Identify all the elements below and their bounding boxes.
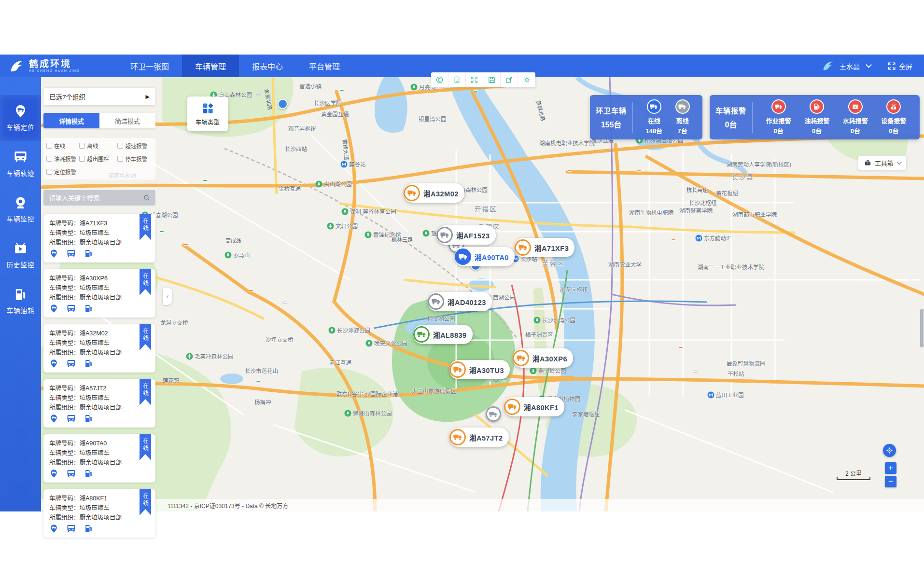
vehicle-card[interactable]: 在线 车牌号码：湘A80KF1 车辆类型：垃圾压缩车 所属组织：厨余垃圾项目部 [43, 489, 155, 538]
type-value: 垃圾压缩车 [80, 340, 110, 346]
locate-vehicle-icon[interactable] [49, 359, 58, 368]
checkbox-icon[interactable] [79, 143, 85, 149]
fullscreen-button[interactable]: 全屏 [887, 61, 912, 71]
chevron-down-icon[interactable] [866, 62, 872, 68]
fuel-vehicle-icon[interactable] [84, 469, 93, 478]
fuel-vehicle-icon[interactable] [84, 304, 93, 313]
measure-tool-icon[interactable] [431, 72, 448, 87]
track-vehicle-icon[interactable] [67, 414, 76, 423]
truck-icon [489, 411, 498, 417]
track-vehicle-icon[interactable] [67, 524, 76, 533]
type-value: 垃圾压缩车 [80, 450, 110, 456]
track-vehicle-icon[interactable] [67, 469, 76, 478]
sidebar-item-icon [14, 196, 28, 210]
search-input[interactable] [43, 190, 155, 206]
map-poi: 晟象智慧物流园 [727, 359, 766, 367]
checkbox-icon[interactable] [117, 143, 123, 149]
vehicle-marker-covered[interactable] [486, 406, 501, 422]
track-vehicle-icon[interactable] [67, 249, 76, 258]
fuel-vehicle-icon[interactable] [84, 249, 93, 258]
sidebar-item-history-monitor[interactable]: 历史监控 [0, 233, 41, 278]
locate-vehicle-icon[interactable] [49, 524, 58, 533]
vehicle-marker[interactable]: 湘AD40123 [428, 292, 492, 311]
panel-collapse-handle[interactable]: ‹ [163, 288, 172, 305]
user-name[interactable]: 王水晶 [840, 61, 860, 71]
vehicle-marker[interactable]: 湘A30XP6 [513, 348, 573, 368]
settings-tool-icon[interactable] [518, 72, 535, 87]
fuel-vehicle-icon[interactable] [84, 414, 93, 423]
zoom-in-button[interactable]: + [885, 462, 896, 474]
filter-checkbox[interactable]: 在线 [46, 142, 79, 150]
zoom-out-button[interactable]: − [885, 476, 896, 487]
track-vehicle-icon[interactable] [67, 359, 76, 368]
toolbox-button[interactable]: 工具箱 [858, 155, 907, 170]
vehicle-marker[interactable]: 湘A80KF1 [504, 397, 564, 416]
filter-checkbox[interactable]: 超速报警 [117, 142, 153, 150]
vehicle-type-button[interactable]: 车辆类型 [187, 97, 228, 131]
map-poi: 湖南警察学院 [679, 207, 713, 214]
fuel-vehicle-icon[interactable] [84, 524, 93, 533]
save-tool-icon[interactable] [483, 72, 501, 87]
alarm-stats-card: 车辆报警 0台 作业报警 0台 油耗报警 0台 水耗报警 0台 [710, 95, 920, 139]
locate-vehicle-icon[interactable] [49, 414, 58, 423]
alarm-stat-col: 水耗报警 0台 [843, 99, 868, 135]
map-poi: 湖南生物机电职院 [629, 208, 673, 216]
alarm-type-icon [810, 99, 824, 114]
fuel-vehicle-icon[interactable] [84, 359, 93, 368]
checkbox-icon[interactable] [117, 156, 123, 162]
locate-vehicle-icon[interactable] [49, 469, 58, 478]
vehicle-marker[interactable]: 湘A30TU3 [449, 360, 510, 379]
locate-button[interactable] [883, 444, 896, 457]
poi-icon [365, 340, 373, 347]
org-selector[interactable]: 已选7个组织 ▶ [43, 88, 155, 105]
vehicle-card[interactable]: 在线 车牌号码：湘A90TA0 车辆类型：垃圾压缩车 所属组织：厨余垃圾项目部 [43, 434, 155, 483]
locate-vehicle-icon[interactable] [49, 304, 58, 313]
user-avatar-icon[interactable] [822, 59, 835, 72]
nav-item[interactable]: 环卫一张图 [117, 55, 182, 77]
mode-tab[interactable]: 简洁模式 [99, 113, 155, 128]
sidebar-item-vehicle-monitor[interactable]: 车辆监控 [0, 187, 41, 233]
sidebar-item-vehicle-fuel[interactable]: 车辆油耗 [0, 278, 41, 324]
sidebar-item-vehicle-location[interactable]: 车辆定位 [0, 95, 41, 141]
checkbox-icon[interactable] [46, 169, 52, 175]
parking-marker[interactable] [278, 99, 288, 109]
map-poi: 湖南机电职业技术学院 [539, 139, 595, 147]
checkbox-icon[interactable] [46, 143, 52, 149]
filter-checkbox[interactable]: 超出围栏 [79, 155, 117, 163]
nav-item[interactable]: 平台管理 [296, 55, 353, 77]
vehicle-marker[interactable]: 湘AF1523 [436, 225, 496, 245]
device-tool-icon[interactable] [448, 72, 466, 87]
checkbox-icon[interactable] [79, 156, 85, 162]
tool-icon [488, 76, 496, 84]
vehicle-marker[interactable]: 湘AL8839 [413, 325, 473, 344]
vehicle-card[interactable]: 在线 车牌号码：湘A30XP6 车辆类型：垃圾压缩车 所属组织：厨余垃圾项目部 [43, 269, 155, 318]
map-poi: 橘子洲景区 [525, 331, 553, 338]
nav-item[interactable]: 车辆管理 [182, 55, 239, 77]
filter-checkbox[interactable]: 离线 [79, 142, 117, 150]
filter-checkbox[interactable]: 停车报警 [117, 155, 153, 163]
checkbox-icon[interactable] [46, 156, 52, 162]
nav-item[interactable]: 报表中心 [239, 55, 296, 77]
page-scrollbar[interactable] [920, 309, 924, 347]
vehicle-marker[interactable]: 湘A90TA0 [455, 247, 515, 266]
tool-icon [453, 76, 461, 84]
filter-checkbox[interactable]: 油耗报警 [46, 155, 79, 163]
mode-tab[interactable]: 详情模式 [43, 113, 99, 128]
vehicle-card[interactable]: 在线 车牌号码：湘A71XF3 车辆类型：垃圾压缩车 所属组织：厨余垃圾项目部 [43, 214, 155, 262]
sidebar-item-vehicle-track[interactable]: 车辆轨迹 [0, 141, 41, 187]
vehicle-marker[interactable]: 湘A57JT2 [449, 428, 509, 447]
vehicle-marker[interactable]: 湘A32M02 [404, 183, 464, 203]
map-poi: 芙蓉区 [542, 258, 565, 268]
vehicle-marker[interactable]: 湘A71XF3 [515, 238, 574, 257]
share-tool-icon[interactable] [501, 72, 518, 87]
expand-tool-icon[interactable] [466, 72, 483, 87]
vehicle-card[interactable]: 在线 车牌号码：湘A32M02 车辆类型：垃圾压缩车 所属组织：厨余垃圾项目部 [43, 324, 155, 373]
filter-checkbox[interactable]: 定位报警 [46, 168, 79, 176]
map-poi: 索马山 [224, 251, 250, 259]
locate-vehicle-icon[interactable] [49, 249, 58, 258]
map-canvas[interactable]: 智选小镇 乌山森林公园 月亮岛 长沙医学院 黄金园互通 银星湾公园 观音岩枢纽 [41, 77, 924, 511]
search-icon[interactable] [143, 194, 151, 202]
vehicle-card[interactable]: 在线 车牌号码：湘A57JT2 车辆类型：垃圾压缩车 所属组织：厨余垃圾项目部 [43, 379, 155, 428]
brand: 鹤成环境 HE CHENG HUAN JING [0, 58, 104, 74]
track-vehicle-icon[interactable] [67, 304, 76, 313]
